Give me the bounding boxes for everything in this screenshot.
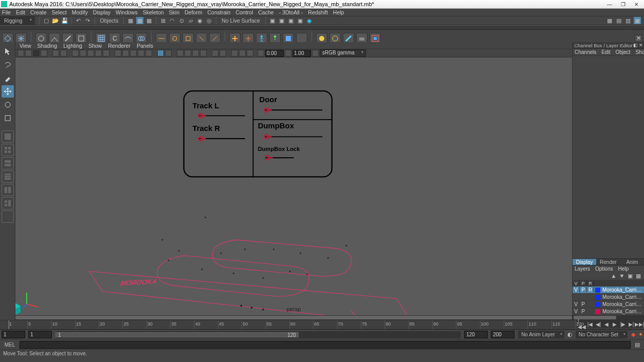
panel-close-icon[interactable]: ✕ bbox=[639, 43, 643, 48]
layer-row[interactable]: VPMorooka_Carrier_New bbox=[573, 308, 644, 315]
prefs-icon[interactable]: ✶ bbox=[637, 331, 644, 338]
vp-exposure-icon[interactable] bbox=[231, 50, 238, 56]
vp-motion-blur-icon[interactable] bbox=[212, 50, 218, 56]
scale-tool[interactable] bbox=[2, 112, 14, 124]
vp-resolution-icon[interactable] bbox=[87, 50, 94, 56]
vp-near-input[interactable] bbox=[265, 50, 284, 57]
menu-edit[interactable]: Edit bbox=[16, 9, 25, 15]
channel-box-body[interactable] bbox=[573, 56, 644, 258]
vp-exposure-toggle-icon[interactable] bbox=[257, 50, 264, 56]
layer-new-icon[interactable]: ▣ bbox=[627, 272, 634, 279]
sel-mode-1-icon[interactable]: ▦ bbox=[127, 17, 134, 24]
layer-submenu-options[interactable]: Options bbox=[595, 266, 613, 272]
maximize-button[interactable]: ❐ bbox=[616, 1, 630, 8]
vp-isolate-icon[interactable] bbox=[157, 50, 164, 56]
vp-lock-cam-icon[interactable] bbox=[33, 50, 40, 56]
layout-custom-icon[interactable] bbox=[2, 211, 14, 223]
menu-constrain[interactable]: Constrain bbox=[207, 9, 230, 15]
layer-tab-render[interactable]: Render bbox=[596, 259, 620, 265]
close-button[interactable]: ✕ bbox=[630, 1, 643, 8]
autokey-icon[interactable]: ◆ bbox=[630, 331, 637, 338]
panel-menu-lighting[interactable]: Lighting bbox=[63, 43, 82, 49]
vp-smooth-icon[interactable] bbox=[122, 50, 129, 56]
menu-deform[interactable]: Deform bbox=[185, 9, 202, 15]
ipr-render-icon[interactable]: ▣ bbox=[287, 17, 295, 24]
cb-menu-object[interactable]: Object bbox=[616, 49, 631, 55]
menu-cache[interactable]: Cache bbox=[258, 9, 273, 15]
menu--3dtoall-[interactable]: - 3DtoAll - bbox=[279, 9, 303, 15]
play-forward-icon[interactable]: ▶ bbox=[611, 320, 618, 328]
sel-mode-2-icon[interactable]: ▦ bbox=[136, 17, 143, 24]
layer-move-down-icon[interactable]: ▼ bbox=[618, 272, 625, 279]
vp-1-icon[interactable] bbox=[239, 50, 246, 56]
step-forward-icon[interactable]: |▶ bbox=[619, 320, 627, 328]
menu-windows[interactable]: Windows bbox=[116, 9, 138, 15]
render-globals-icon[interactable]: ◉ bbox=[306, 17, 313, 24]
play-back-icon[interactable]: ◀ bbox=[603, 320, 610, 328]
snap-live-icon[interactable]: ◉ bbox=[196, 17, 204, 24]
vp-film-gate-icon[interactable] bbox=[80, 50, 86, 56]
layout-two-v-icon[interactable] bbox=[2, 184, 14, 196]
vp-flat-icon[interactable] bbox=[200, 50, 207, 56]
anim-layer-select[interactable]: No Anim Layer bbox=[518, 331, 564, 338]
layer-submenu-layers[interactable]: Layers bbox=[575, 266, 590, 272]
rotate-tool[interactable] bbox=[2, 99, 14, 111]
layout-two-h-icon[interactable] bbox=[2, 157, 14, 169]
script-editor-icon[interactable]: ▤ bbox=[634, 341, 641, 348]
anim-end-input[interactable] bbox=[491, 331, 514, 338]
snap-grid-icon[interactable]: ⊞ bbox=[159, 17, 167, 24]
step-forward-key-icon[interactable]: ▶| bbox=[628, 320, 635, 328]
vp-color-mgmt-select[interactable]: sRGB gamma bbox=[320, 49, 366, 57]
panel-menu-shading[interactable]: Shading bbox=[38, 43, 58, 49]
select-tool[interactable] bbox=[2, 45, 14, 58]
layer-move-up-icon[interactable]: ▲ bbox=[610, 272, 617, 279]
play-start-input[interactable] bbox=[28, 331, 52, 338]
vp-select-cam-icon[interactable] bbox=[25, 50, 32, 56]
render-settings-icon[interactable]: ▣ bbox=[297, 17, 304, 24]
cb-menu-edit[interactable]: Edit bbox=[601, 49, 610, 55]
panel-layout-1-icon[interactable]: ▦ bbox=[606, 17, 613, 24]
vp-aa-icon[interactable] bbox=[219, 50, 226, 56]
vp-textured-icon[interactable] bbox=[130, 50, 137, 56]
step-back-icon[interactable]: ◀| bbox=[595, 320, 602, 328]
open-scene-icon[interactable]: 📂 bbox=[52, 17, 59, 24]
command-input[interactable] bbox=[20, 341, 631, 349]
layout-three-icon[interactable] bbox=[2, 197, 14, 209]
command-lang-label[interactable]: MEL bbox=[0, 342, 20, 348]
vp-camera-icon[interactable] bbox=[17, 50, 24, 56]
vp-2d-icon[interactable] bbox=[60, 50, 67, 56]
vp-grid-icon[interactable] bbox=[72, 50, 79, 56]
layer-submenu-help[interactable]: Help bbox=[618, 266, 629, 272]
layout-four-icon[interactable] bbox=[2, 144, 14, 156]
panel-layout-2-icon[interactable]: ▤ bbox=[615, 17, 622, 24]
cb-menu-show[interactable]: Show bbox=[635, 49, 644, 55]
menu-set-selector[interactable]: Rigging bbox=[0, 16, 35, 25]
time-slider[interactable]: |◀◀ |◀ ◀| ◀ ▶ |▶ ▶| ▶▶| 1510152025303540… bbox=[0, 320, 644, 330]
vp-viewtransform-icon[interactable] bbox=[312, 50, 319, 56]
layer-row[interactable]: Morooka_Carrier_New bbox=[573, 294, 644, 301]
range-slider[interactable]: 1 120 bbox=[56, 331, 461, 338]
layer-tab-anim[interactable]: Anim bbox=[620, 259, 644, 265]
vp-safe-icon[interactable] bbox=[103, 50, 109, 56]
vp-gamma-input[interactable] bbox=[292, 50, 311, 57]
menu-modify[interactable]: Modify bbox=[72, 9, 88, 15]
save-scene-icon[interactable]: 💾 bbox=[61, 17, 68, 24]
vp-bookmark-icon[interactable] bbox=[41, 50, 47, 56]
render-icon[interactable]: ▣ bbox=[278, 17, 285, 24]
menu-select[interactable]: Select bbox=[52, 9, 67, 15]
panel-menu-show[interactable]: Show bbox=[88, 43, 102, 49]
snap-point-icon[interactable]: ⊙ bbox=[178, 17, 185, 24]
layer-new-assign-icon[interactable]: ▦ bbox=[635, 272, 642, 279]
menu-skeleton[interactable]: Skeleton bbox=[143, 9, 164, 15]
panel-menu-view[interactable]: View bbox=[20, 43, 31, 49]
vp-xray-icon[interactable] bbox=[165, 50, 172, 56]
snap-view-icon[interactable]: ◎ bbox=[206, 17, 213, 24]
menu-control[interactable]: Control bbox=[235, 9, 253, 15]
snap-curve-icon[interactable]: ◠ bbox=[169, 17, 176, 24]
menu-file[interactable]: File bbox=[2, 9, 11, 15]
menu-skin[interactable]: Skin bbox=[169, 9, 179, 15]
lasso-tool[interactable] bbox=[2, 59, 14, 71]
construction-history-icon[interactable]: ▣ bbox=[269, 17, 276, 24]
new-scene-icon[interactable]: ▢ bbox=[43, 17, 50, 24]
vp-imageplane-icon[interactable] bbox=[52, 50, 59, 56]
